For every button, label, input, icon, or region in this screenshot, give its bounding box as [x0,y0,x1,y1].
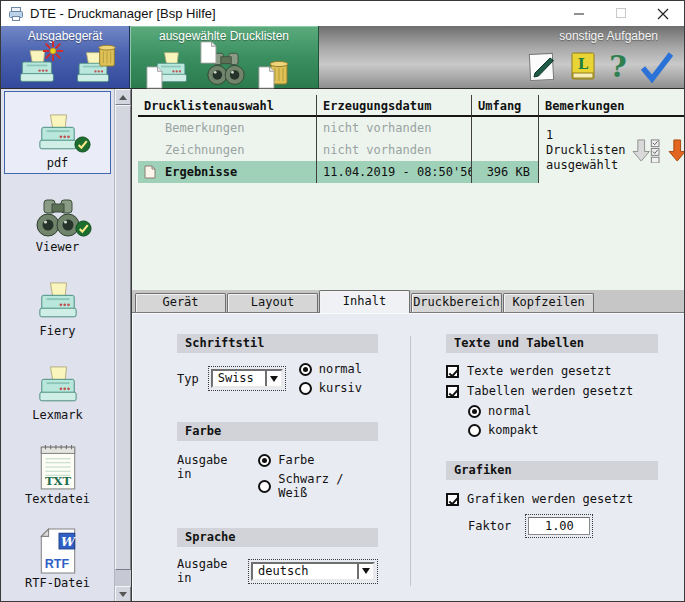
tab-inhalt[interactable]: Inhalt [319,290,410,313]
radio-font-kursiv[interactable] [299,382,312,395]
checkbox-grafiken-gesetzt[interactable] [446,493,459,506]
tab-page-inhalt: Schriftstil Typ Swiss norma [132,313,684,602]
page-icon [257,66,275,89]
toolbar-panel-output-device: Ausgabegerät [1,26,130,88]
select-all-lists-button[interactable] [632,138,661,163]
txt-document-icon [37,443,79,491]
group-header-schriftstil: Schriftstil [177,334,378,353]
output-device-sidebar: pdf Viewer Fiery Lexmark Textda [1,89,131,602]
checkbox-grafiken-gesetzt-label: Grafiken werden gesetzt [467,492,633,506]
page-icon [199,41,217,64]
printlist-row-ergebnisse-name[interactable]: Ergebnisse [138,161,317,183]
scrollbar-thumb[interactable] [115,105,131,570]
column-header-bemerkungen: Bemerkungen [539,95,685,117]
printlist-row-bemerkungen-name[interactable]: Bemerkungen [138,117,317,139]
language-value: deutsch [253,564,357,579]
tab-geraet[interactable]: Gerät [135,293,226,312]
delete-output-device-button[interactable] [70,45,116,87]
checkbox-texte-gesetzt-label: Texte werden gesetzt [467,364,612,378]
window-title: DTE - Druckmanager [Bsp Hilfe] [30,6,558,21]
selection-note: 1 Drucklisten ausgewählt [539,117,685,183]
scrollbar-track[interactable] [115,105,131,586]
ausgabe-in-label: Ausgabe in [177,453,248,481]
arrow-down-checklist-icon [632,138,661,163]
sidebar-item-pdf[interactable]: pdf [4,91,111,174]
sidebar-item-viewer[interactable]: Viewer [4,175,111,258]
printer-icon [35,281,81,323]
printlist-row-ergebnisse-date[interactable]: 11.04.2019 - 08:50'56 [317,161,472,183]
sidebar-item-textdatei[interactable]: Textdatei [4,427,111,510]
app-printer-icon [8,6,24,22]
faktor-label: Faktor [468,519,511,533]
printlist-table: Drucklistenauswahl Erzeugungsdatum Umfan… [138,95,680,183]
view-selected-lists-button[interactable] [203,45,249,87]
printlist-row-ergebnisse-size: 396 KB [472,161,539,183]
close-button[interactable] [642,1,684,26]
delete-selected-lists-button[interactable] [259,45,299,87]
toolbar-panel-selected-printlists: ausgewählte Drucklisten [130,26,319,88]
sidebar-scrollbar[interactable] [114,89,131,602]
radio-black-white[interactable] [258,480,271,493]
radio-black-white-label: Schwarz / Weiß [278,472,378,500]
chevron-up-icon [119,95,127,100]
print-selected-lists-button[interactable] [149,45,193,87]
page-icon [144,165,156,179]
checkbox-tabellen-gesetzt[interactable] [446,385,459,398]
radio-font-kursiv-label: kursiv [319,381,362,395]
help-button[interactable] [607,49,629,83]
scroll-down-button[interactable] [115,586,131,602]
minimize-button[interactable] [558,1,600,26]
sidebar-item-label: Fiery [39,323,75,341]
checkbox-texte-gesetzt[interactable] [446,365,459,378]
sidebar-item-fiery[interactable]: Fiery [4,259,111,342]
radio-table-kompakt[interactable] [468,424,481,437]
radio-color[interactable] [258,454,271,467]
group-header-texte-tabellen: Texte und Tabellen [446,334,658,353]
radio-font-normal-label: normal [319,362,362,376]
font-type-dropdown[interactable]: Swiss [208,366,286,391]
page-icon [145,66,163,89]
toolbar: Ausgabegerät ausgewählte Drucklisten [1,26,684,89]
printer-icon [35,365,81,407]
ausgabe-in-label: Ausgabe in [177,557,238,585]
panel-title-selected-printlists: ausgewählte Drucklisten [130,26,318,44]
maximize-button[interactable] [600,1,642,26]
edit-notes-icon [526,51,558,83]
sidebar-item-label: RTF-Datei [25,575,90,593]
close-icon [657,8,669,20]
tab-layout[interactable]: Layout [227,293,318,312]
active-check-badge [74,136,91,153]
printlist-row-zeichnungen-date[interactable]: nicht vorhanden [317,139,472,161]
new-output-device-button[interactable] [14,45,60,87]
tab-druckbereich[interactable]: Druckbereich [411,293,502,312]
sidebar-item-label: Viewer [36,239,79,257]
edit-notes-button[interactable] [525,49,559,83]
printlist-row-bemerkungen-size [472,117,539,139]
toolbar-panel-other-tasks: sonstige Aufgaben [319,26,684,88]
faktor-input[interactable] [528,517,590,535]
language-dropdown[interactable]: deutsch [248,559,378,584]
group-header-grafiken: Grafiken [446,461,658,480]
help-question-icon [608,51,628,83]
radio-font-normal[interactable] [299,363,312,376]
lexicon-button[interactable] [568,49,598,83]
printlist-row-bemerkungen-date[interactable]: nicht vorhanden [317,117,472,139]
sidebar-item-label: Textdatei [25,491,90,509]
scroll-up-button[interactable] [115,89,131,105]
sidebar-item-lexmark[interactable]: Lexmark [4,343,111,426]
confirm-button[interactable] [638,49,676,83]
column-header-erzeugungsdatum: Erzeugungsdatum [317,95,472,117]
dropdown-arrow-button[interactable] [357,564,373,579]
tab-kopfzeilen[interactable]: Kopfzeilen [503,293,594,312]
deselect-lists-button[interactable] [668,138,685,163]
radio-table-normal[interactable] [468,405,481,418]
printlist-row-zeichnungen-name[interactable]: Zeichnungen [138,139,317,161]
lexicon-book-icon [569,51,597,83]
selection-note-line2: ausgewählt [546,158,625,173]
column-header-umfang: Umfang [472,95,539,117]
chevron-down-icon [270,376,278,382]
sidebar-item-rtf-datei[interactable]: RTF-Datei [4,511,111,594]
printlist-row-zeichnungen-size [472,139,539,161]
burst-icon [42,40,64,62]
dropdown-arrow-button[interactable] [265,371,281,386]
